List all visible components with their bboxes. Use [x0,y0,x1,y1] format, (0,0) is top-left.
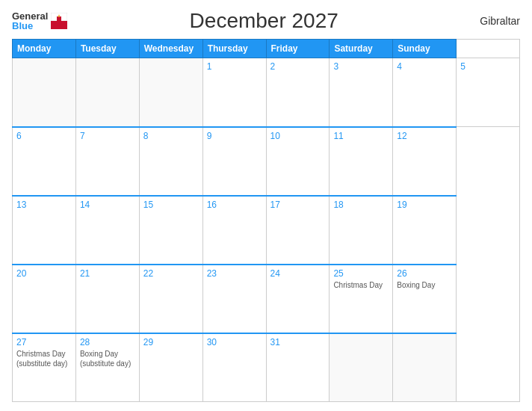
table-row: 25Christmas Day [330,265,393,333]
logo: General Blue [12,11,67,31]
day-number: 7 [80,131,135,141]
table-row: 19 [393,196,457,265]
day-number: 24 [270,268,326,279]
table-row: 11 [330,127,393,196]
table-row: 3 [330,58,393,127]
table-row: 27Christmas Day (substitute day) [13,333,76,402]
day-number: 5 [460,61,516,72]
table-row: 15 [139,196,202,265]
table-row: 28Boxing Day (substitute day) [75,333,139,402]
calendar-week-row: 12345 [13,58,520,127]
table-row [330,333,393,402]
day-number: 10 [270,131,326,141]
calendar-week-row: 6789101112 [13,127,520,196]
col-thursday: Thursday [202,40,266,58]
table-row: 29 [139,333,202,402]
day-number: 21 [80,268,135,279]
table-row: 2 [266,58,330,127]
table-row: 13 [13,196,76,265]
table-row: 31 [266,333,330,402]
table-row: 8 [139,127,202,196]
logo-blue: Blue [12,21,48,31]
table-row [75,58,139,127]
day-number: 1 [207,61,262,72]
table-row: 21 [75,265,139,333]
day-number: 22 [143,268,199,279]
table-row: 12 [393,127,457,196]
col-monday: Monday [13,40,76,58]
day-number: 19 [397,200,452,210]
col-tuesday: Tuesday [75,40,139,58]
day-number: 3 [333,61,389,72]
holiday-label: Boxing Day [397,280,452,290]
table-row: 6 [13,127,76,196]
day-number: 25 [333,268,389,279]
table-row: 30 [202,333,266,402]
day-number: 9 [207,131,262,141]
weekday-header-row: Monday Tuesday Wednesday Thursday Friday… [13,40,520,58]
day-number: 6 [16,131,72,141]
table-row: 23 [202,265,266,333]
table-row: 4 [393,58,457,127]
table-row: 26Boxing Day [393,265,457,333]
table-row: 5 [457,58,520,127]
svg-rect-3 [57,16,61,21]
day-number: 16 [207,200,262,210]
table-row: 10 [266,127,330,196]
table-row: 9 [202,127,266,196]
day-number: 15 [143,200,199,210]
table-row: 18 [330,196,393,265]
day-number: 29 [143,337,199,347]
logo-flag-icon [51,13,67,29]
calendar-week-row: 13141516171819 [13,196,520,265]
calendar-week-row: 27Christmas Day (substitute day)28Boxing… [13,333,520,402]
table-row [393,333,457,402]
table-row: 1 [202,58,266,127]
page-header: General Blue December 2027 Gibraltar [12,9,520,33]
day-number: 4 [397,61,452,72]
col-saturday: Saturday [330,40,393,58]
calendar-page: General Blue December 2027 Gibraltar Mon… [0,0,532,411]
day-number: 13 [16,200,72,210]
day-number: 28 [80,337,135,347]
table-row: 7 [75,127,139,196]
table-row [13,58,76,127]
calendar-table: Monday Tuesday Wednesday Thursday Friday… [12,39,520,402]
table-row: 22 [139,265,202,333]
calendar-week-row: 202122232425Christmas Day26Boxing Day [13,265,520,333]
day-number: 14 [80,200,135,210]
table-row: 14 [75,196,139,265]
col-sunday: Sunday [393,40,457,58]
day-number: 11 [333,131,389,141]
region-label: Gibraltar [460,15,520,27]
table-row: 24 [266,265,330,333]
holiday-label: Christmas Day [333,280,389,290]
day-number: 8 [143,131,199,141]
day-number: 26 [397,268,452,279]
table-row: 20 [13,265,76,333]
col-friday: Friday [266,40,330,58]
day-number: 31 [270,337,326,347]
table-row [139,58,202,127]
day-number: 27 [16,337,72,347]
page-title: December 2027 [67,9,460,33]
day-number: 20 [16,268,72,279]
day-number: 30 [207,337,262,347]
holiday-label: Boxing Day (substitute day) [80,349,135,368]
day-number: 18 [333,200,389,210]
table-row: 17 [266,196,330,265]
table-row: 16 [202,196,266,265]
day-number: 23 [207,268,262,279]
day-number: 2 [270,61,326,72]
holiday-label: Christmas Day (substitute day) [16,349,72,368]
day-number: 17 [270,200,326,210]
day-number: 12 [397,131,452,141]
col-wednesday: Wednesday [139,40,202,58]
